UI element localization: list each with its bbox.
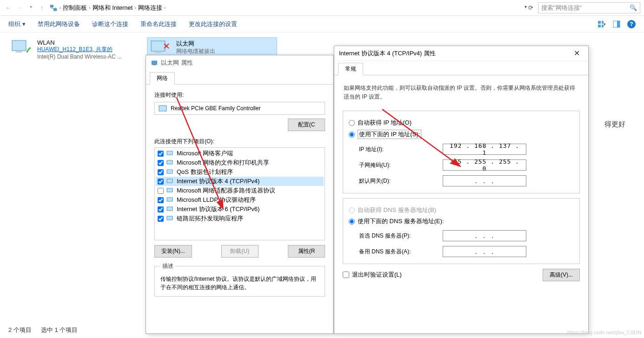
ipv4-tab-general[interactable]: 常规 <box>338 63 363 75</box>
configure-button[interactable]: 配置(C <box>288 119 325 131</box>
protocol-item-checkbox[interactable] <box>158 197 164 203</box>
svg-rect-10 <box>151 41 165 51</box>
radio-auto-ip[interactable]: 自动获得 IP 地址(O) <box>349 119 574 127</box>
svg-rect-9 <box>16 51 22 53</box>
adapter-icon <box>159 105 167 112</box>
eth-dialog-title: 以太网 属性 <box>161 59 193 67</box>
breadcrumb-l3[interactable]: 网络连接 <box>138 4 162 12</box>
description-text: 传输控制协议/Internet 协议。该协议是默认的广域网络协议，用于在不同的相… <box>160 275 319 292</box>
advanced-button[interactable]: 高级(V)... <box>543 269 580 281</box>
adapter-name: Realtek PCIe GBE Family Controller <box>171 105 260 112</box>
close-icon[interactable]: ✕ <box>570 49 584 58</box>
protocol-item-checkbox[interactable] <box>158 169 164 175</box>
change-settings-button[interactable]: 更改此连接的设置 <box>189 20 237 28</box>
protocol-item-checkbox[interactable] <box>158 188 164 194</box>
protocol-item-checkbox[interactable] <box>158 179 164 185</box>
view-mode-icon[interactable]: ▾ <box>598 20 606 28</box>
protocol-item[interactable]: Internet 协议版本 6 (TCP/IPv6) <box>156 205 324 214</box>
svg-rect-19 <box>167 170 173 173</box>
dns1-input[interactable]: . . . <box>443 230 526 241</box>
radio-auto-ip-input[interactable] <box>349 120 355 126</box>
items-label: 此连接使用下列项目(O): <box>154 138 325 146</box>
protocol-icon <box>166 205 174 213</box>
radio-manual-ip[interactable]: 使用下面的 IP 地址(S): <box>349 130 574 139</box>
connect-using-label: 连接时使用: <box>154 91 325 99</box>
back-icon[interactable]: ← <box>4 4 13 11</box>
rename-button[interactable]: 重命名此连接 <box>140 20 177 28</box>
install-button[interactable]: 安装(N)... <box>154 245 192 258</box>
protocol-item-checkbox[interactable] <box>158 206 164 212</box>
protocol-icon <box>166 187 174 194</box>
breadcrumb-l1[interactable]: 控制面板 <box>63 4 87 12</box>
protocol-item[interactable]: Microsoft LLDP 协议驱动程序 <box>156 195 324 205</box>
gateway-input[interactable]: . . . <box>443 175 526 186</box>
address-controls[interactable]: ▾⟳ <box>519 4 538 11</box>
radio-auto-dns: 自动获得 DNS 服务器地址(B) <box>349 206 574 214</box>
eth-tab-strip: 网络 <box>146 70 333 85</box>
protocol-item-label: Microsoft LLDP 协议驱动程序 <box>177 196 256 204</box>
eth-tab-network[interactable]: 网络 <box>150 72 175 85</box>
watermark-text: https://blog.csdn.net/qfxx_CSDN <box>567 330 641 335</box>
radio-manual-dns-label: 使用下面的 DNS 服务器地址(E): <box>358 217 444 225</box>
search-input[interactable]: 搜索"网络连接" 🔍 <box>538 2 640 13</box>
protocol-item[interactable]: 链路层拓扑发现响应程序 <box>156 214 324 223</box>
radio-auto-dns-input <box>349 207 355 213</box>
diagnose-button[interactable]: 诊断这个连接 <box>92 20 128 28</box>
subnet-mask-input[interactable]: 255 . 255 . 255 . 0 <box>443 159 526 171</box>
preview-pane-icon[interactable] <box>612 20 621 28</box>
protocol-item-checkbox[interactable] <box>158 216 164 222</box>
protocol-item[interactable]: Internet 协议版本 4 (TCP/IPv4) <box>156 177 324 186</box>
eth-title: 以太网 <box>176 40 215 48</box>
radio-manual-dns-input[interactable] <box>349 219 355 225</box>
svg-rect-8 <box>12 40 26 51</box>
properties-button[interactable]: 属性(R <box>288 245 325 258</box>
search-placeholder: 搜索"网络连接" <box>541 4 582 12</box>
protocol-item-checkbox[interactable] <box>158 160 164 166</box>
protocol-item-label: Internet 协议版本 4 (TCP/IPv4) <box>177 177 259 186</box>
disable-device-button[interactable]: 禁用此网络设备 <box>38 20 80 28</box>
status-bar: 2 个项目 选中 1 个项目 <box>8 326 78 334</box>
wlan-ssid: HUAWEI_H112_B1E3, 共享的 <box>37 46 122 53</box>
radio-manual-ip-label: 使用下面的 IP 地址(S): <box>358 130 421 139</box>
subnet-mask-label: 子网掩码(U): <box>359 161 443 169</box>
breadcrumb[interactable]: › 控制面板 › 网络和 Internet › 网络连接 › <box>49 4 519 12</box>
svg-rect-7 <box>617 21 620 27</box>
recent-dropdown-icon[interactable]: ▾ <box>26 4 35 11</box>
up-icon[interactable]: ↑ <box>37 4 46 11</box>
dns2-label: 备用 DNS 服务器(A): <box>359 248 443 256</box>
uninstall-button: 卸载(U) <box>221 245 259 258</box>
eth-dialog-title-bar[interactable]: 以太网 属性 <box>146 55 333 70</box>
command-bar: 组织 ▾ 禁用此网络设备 诊断这个连接 重命名此连接 更改此连接的设置 ▾ ? <box>0 16 644 33</box>
radio-manual-ip-input[interactable] <box>349 132 355 138</box>
radio-manual-dns[interactable]: 使用下面的 DNS 服务器地址(E): <box>349 217 574 225</box>
svg-rect-23 <box>167 207 173 211</box>
protocol-items-list[interactable]: Microsoft 网络客户端Microsoft 网络的文件和打印机共享QoS … <box>154 147 325 240</box>
dns2-input[interactable]: . . . <box>443 246 526 257</box>
protocol-item-label: Microsoft 网络适配器多路传送器协议 <box>177 186 275 195</box>
search-icon[interactable]: 🔍 <box>630 4 637 11</box>
protocol-item-checkbox[interactable] <box>158 151 164 157</box>
ethernet-properties-dialog: 以太网 属性 网络 连接时使用: Realtek PCIe GBE Family… <box>146 55 334 334</box>
protocol-item-label: QoS 数据包计划程序 <box>177 168 233 176</box>
ipv4-properties-dialog: Internet 协议版本 4 (TCP/IPv4) 属性 ✕ 常规 如果网络支… <box>334 46 589 334</box>
svg-rect-15 <box>153 65 155 65</box>
ip-settings-group: 自动获得 IP 地址(O) 使用下面的 IP 地址(S): IP 地址(I): … <box>343 111 580 193</box>
nav-arrows: ← → ▾ ↑ <box>4 4 46 11</box>
connection-wlan[interactable]: WLAN HUAWEI_H112_B1E3, 共享的 Intel(R) Dual… <box>8 37 139 62</box>
ipv4-dialog-title-bar[interactable]: Internet 协议版本 4 (TCP/IPv4) 属性 ✕ <box>334 46 588 61</box>
breadcrumb-l2[interactable]: 网络和 Internet <box>93 4 133 12</box>
organize-button[interactable]: 组织 ▾ <box>8 20 26 28</box>
protocol-item[interactable]: Microsoft 网络的文件和打印机共享 <box>156 158 324 167</box>
ip-address-input[interactable]: 192 . 168 . 137 . 1 <box>443 144 526 155</box>
eth-status: 网络电缆被拔出 <box>176 48 215 55</box>
protocol-icon <box>166 215 174 222</box>
help-icon[interactable]: ? <box>627 20 636 28</box>
svg-rect-1 <box>54 8 57 11</box>
wlan-title: WLAN <box>37 39 122 46</box>
protocol-item[interactable]: Microsoft 网络适配器多路传送器协议 <box>156 186 324 195</box>
validate-checkbox[interactable] <box>343 272 349 278</box>
svg-rect-18 <box>167 160 173 164</box>
protocol-item[interactable]: QoS 数据包计划程序 <box>156 167 324 177</box>
protocol-item[interactable]: Microsoft 网络客户端 <box>156 149 324 158</box>
protocol-icon <box>166 159 174 166</box>
